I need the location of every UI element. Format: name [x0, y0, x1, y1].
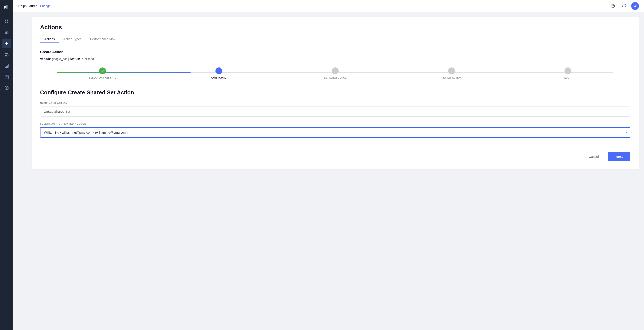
name-field-group: NAME YOUR ACTION [40, 102, 630, 116]
stepper-steps: SELECT ACTION TYPE CONFIGURE SET DATASOU… [44, 67, 626, 79]
svg-rect-0 [5, 20, 6, 21]
app-logo: alli [4, 3, 10, 12]
vendor-value: google_ads [52, 57, 67, 61]
help-icon-button[interactable] [609, 2, 617, 10]
svg-rect-6 [8, 31, 8, 34]
user-avatar[interactable]: W [631, 2, 639, 10]
tab-action-types[interactable]: Action Types [59, 35, 86, 43]
step-circle-inactive-2 [448, 67, 455, 74]
step-configure: CONFIGURE [161, 67, 277, 79]
step-label-set-datasource: SET DATASOURCE [324, 76, 346, 79]
svg-point-10 [6, 65, 6, 65]
sidebar-item-analytics[interactable] [2, 28, 11, 37]
account-field-group: SELECT AUTHENTICATED ACCOUNT William Ng … [40, 122, 630, 138]
step-label-configure: CONFIGURE [212, 76, 226, 79]
tab-performance-max[interactable]: Performance Max [86, 35, 120, 43]
svg-rect-1 [7, 20, 8, 21]
client-name: Ralph Lauren [18, 4, 38, 8]
step-circle-inactive-3 [564, 67, 571, 74]
step-label-audit: AUDIT [564, 76, 572, 79]
account-select[interactable]: William Ng <william.ng@pmg.com> (william… [40, 127, 630, 138]
vendor-label: Vendor: [40, 57, 51, 61]
actions-card: Actions ⋮ Actions Action Types Performan… [32, 17, 639, 170]
action-name-input[interactable] [40, 106, 630, 116]
step-audit: AUDIT [510, 67, 626, 79]
change-client-link[interactable]: Change [40, 4, 50, 8]
sidebar-item-compass[interactable] [2, 83, 11, 93]
step-review-action: REVIEW ACTION [394, 67, 510, 79]
svg-rect-2 [5, 22, 6, 23]
step-set-datasource: SET DATASOURCE [277, 67, 394, 79]
sidebar-item-people[interactable] [2, 50, 11, 59]
sidebar-item-shopping[interactable] [2, 72, 11, 82]
configure-title: Configure Create Shared Set Action [40, 89, 630, 96]
name-field-label: NAME YOUR ACTION [40, 102, 630, 104]
svg-rect-3 [7, 22, 8, 23]
notification-dot [624, 4, 626, 5]
svg-rect-4 [5, 33, 6, 34]
step-circle-active [216, 67, 222, 74]
sidebar: alli [0, 0, 13, 330]
status-label: Status: [70, 57, 80, 61]
next-button[interactable]: Next [608, 152, 630, 161]
footer-actions: Cancel Next [40, 148, 630, 161]
page-title-row: Actions ⋮ [40, 24, 630, 31]
cancel-button[interactable]: Cancel [583, 152, 605, 161]
step-label-select-action-type: SELECT ACTION TYPE [89, 76, 116, 79]
sidebar-item-images[interactable] [2, 61, 11, 70]
notifications-icon-button[interactable] [620, 2, 628, 10]
step-circle-inactive-1 [332, 67, 338, 74]
topbar-right: W [609, 2, 639, 10]
svg-point-7 [5, 53, 7, 54]
main-content: Actions ⋮ Actions Action Types Performan… [26, 12, 644, 330]
topbar: Ralph Lauren Change W [13, 0, 644, 12]
create-action-title: Create Action [40, 50, 630, 54]
step-circle-completed [99, 67, 106, 74]
separator: | [68, 57, 70, 61]
tabs-container: Actions Action Types Performance Max [40, 35, 630, 43]
more-options-icon[interactable]: ⋮ [626, 25, 630, 30]
svg-rect-5 [6, 31, 7, 34]
vendor-status-row: Vendor: google_ads | Status: Published [40, 57, 630, 61]
account-select-wrapper: William Ng <william.ng@pmg.com> (william… [40, 127, 630, 138]
sidebar-item-lightning[interactable] [2, 39, 11, 48]
stepper: SELECT ACTION TYPE CONFIGURE SET DATASOU… [40, 67, 630, 79]
step-label-review-action: REVIEW ACTION [442, 76, 462, 79]
tab-actions[interactable]: Actions [40, 35, 59, 43]
status-value: Published [81, 57, 94, 61]
page-title: Actions [40, 24, 62, 31]
step-select-action-type: SELECT ACTION TYPE [44, 67, 161, 79]
account-field-label: SELECT AUTHENTICATED ACCOUNT [40, 122, 630, 125]
svg-point-8 [7, 53, 8, 55]
sidebar-item-dashboard[interactable] [2, 17, 11, 26]
